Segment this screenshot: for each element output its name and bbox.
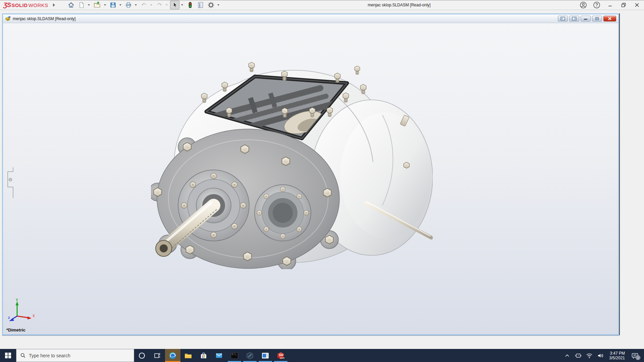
taskbar-edge-button[interactable] — [165, 349, 180, 362]
doc-minimize-button[interactable] — [581, 16, 591, 21]
close-button[interactable] — [633, 1, 641, 9]
minimize-button[interactable] — [606, 1, 614, 9]
redo-dropdown-caret[interactable] — [166, 4, 168, 6]
document-window-controls — [558, 16, 616, 21]
pane-left-icon — [560, 17, 566, 20]
doc-restore-button[interactable] — [592, 16, 602, 21]
graphics-viewport[interactable]: Y X Z *Dimetric — [3, 23, 618, 334]
doc-restore-icon — [595, 17, 599, 20]
account-icon — [580, 1, 587, 9]
undo-icon — [141, 2, 147, 8]
wifi-icon — [586, 353, 593, 359]
media-app-icon — [261, 352, 269, 360]
print-button[interactable] — [124, 1, 133, 9]
quick-access-toolbar — [66, 1, 221, 9]
doc-minimize-icon — [583, 17, 588, 20]
solidworks-logo: ƷS SOLIDWORKS — [3, 1, 48, 9]
mail-icon — [215, 352, 223, 360]
feature-panel-collapsed-tab[interactable] — [3, 167, 15, 198]
display-tray-button[interactable] — [574, 349, 583, 362]
print-icon — [125, 2, 132, 8]
save-icon — [110, 2, 116, 8]
redo-button[interactable] — [155, 1, 164, 9]
doc-close-icon — [607, 17, 612, 20]
new-document-icon — [78, 2, 85, 8]
undo-dropdown-caret[interactable] — [150, 4, 152, 6]
system-tray: 3:47 PM 3/5/2021 1 — [563, 349, 644, 362]
app-window-title: menjac sklop.SLDASM [Read-only] — [368, 3, 430, 7]
brand-works: WORKS — [29, 2, 48, 8]
brand-solid: SOLID — [11, 2, 28, 8]
search-icon — [20, 353, 25, 358]
new-dropdown-caret[interactable] — [88, 4, 90, 6]
account-button[interactable] — [579, 1, 588, 9]
taskbar-spacer — [288, 349, 563, 362]
assembly-document-icon — [5, 16, 11, 21]
taskbar-mail-button[interactable] — [211, 349, 227, 362]
ds-logo-icon: ƷS — [3, 1, 11, 9]
taskbar-hexagon-app-button[interactable] — [242, 349, 258, 362]
command-prompt-icon: C:\_ — [230, 352, 238, 360]
taskbar-store-button[interactable] — [196, 349, 211, 362]
minimize-icon — [606, 1, 614, 9]
taskbar-media-app-button[interactable] — [258, 349, 273, 362]
taskbar-clock[interactable]: 3:47 PM 3/5/2021 — [607, 351, 627, 360]
save-dropdown-caret[interactable] — [119, 4, 121, 6]
wifi-tray-button[interactable] — [585, 349, 594, 362]
task-view-icon — [154, 352, 161, 359]
sw-year: 2021 — [280, 357, 285, 359]
taskbar-search[interactable]: Type here to search — [16, 349, 134, 362]
pane-left-button[interactable] — [558, 16, 568, 21]
gear-icon — [208, 2, 214, 8]
app-workspace: menjac sklop.SLDASM [Read-only] — [0, 10, 644, 349]
options-dropdown-caret[interactable] — [217, 4, 219, 6]
menu-expand-arrow-icon[interactable] — [53, 3, 55, 7]
doc-close-button[interactable] — [603, 16, 616, 21]
select-dropdown-caret[interactable] — [181, 4, 183, 6]
undo-button[interactable] — [139, 1, 149, 9]
print-dropdown-caret[interactable] — [135, 4, 137, 6]
new-document-button[interactable] — [77, 1, 86, 9]
notification-badge: 1 — [636, 355, 640, 360]
start-button[interactable] — [0, 349, 16, 362]
taskbar-cortana-button[interactable] — [134, 349, 150, 362]
file-properties-button[interactable] — [196, 1, 205, 9]
titlebar-controls — [579, 0, 641, 10]
document-title: menjac sklop.SLDASM [Read-only] — [13, 16, 75, 21]
main-titlebar: ƷS SOLIDWORKS — [0, 0, 644, 10]
taskbar-file-explorer-button[interactable] — [180, 349, 196, 362]
properties-list-icon — [197, 2, 204, 8]
pane-right-icon — [572, 17, 577, 20]
search-placeholder: Type here to search — [29, 353, 70, 358]
restore-button[interactable] — [619, 1, 628, 9]
display-icon — [575, 353, 582, 359]
taskbar-command-prompt-button[interactable]: C:\_ — [227, 349, 242, 362]
select-arrow-icon — [171, 2, 178, 8]
home-button[interactable] — [66, 1, 76, 9]
save-button[interactable] — [108, 1, 118, 9]
hidden-icons-button[interactable] — [563, 349, 572, 362]
cortana-icon — [138, 352, 146, 359]
taskbar-task-view-button[interactable] — [150, 349, 165, 362]
select-tool-button[interactable] — [170, 1, 179, 9]
document-titlebar[interactable]: menjac sklop.SLDASM [Read-only] — [3, 14, 618, 23]
open-dropdown-caret[interactable] — [104, 4, 106, 6]
volume-icon — [597, 353, 604, 359]
pane-right-button[interactable] — [569, 16, 579, 21]
options-button[interactable] — [206, 1, 216, 9]
solidworks-2021-icon: SW 2021 — [276, 351, 285, 360]
triad-x-label: X — [33, 314, 35, 318]
home-icon — [68, 2, 74, 8]
chevron-up-icon — [565, 353, 570, 358]
help-button[interactable] — [592, 1, 601, 9]
clock-date: 3/5/2021 — [609, 356, 625, 360]
cmd-prompt-text: C:\_ — [232, 353, 237, 356]
rebuild-button[interactable] — [185, 1, 195, 9]
action-center-button[interactable]: 1 — [629, 349, 641, 362]
taskbar-solidworks-button[interactable]: SW 2021 — [273, 349, 288, 362]
open-button[interactable] — [92, 1, 102, 9]
view-orientation-label: *Dimetric — [6, 327, 25, 333]
volume-tray-button[interactable] — [596, 349, 605, 362]
windows-taskbar: Type here to search — [0, 349, 644, 362]
file-explorer-icon — [184, 352, 192, 360]
